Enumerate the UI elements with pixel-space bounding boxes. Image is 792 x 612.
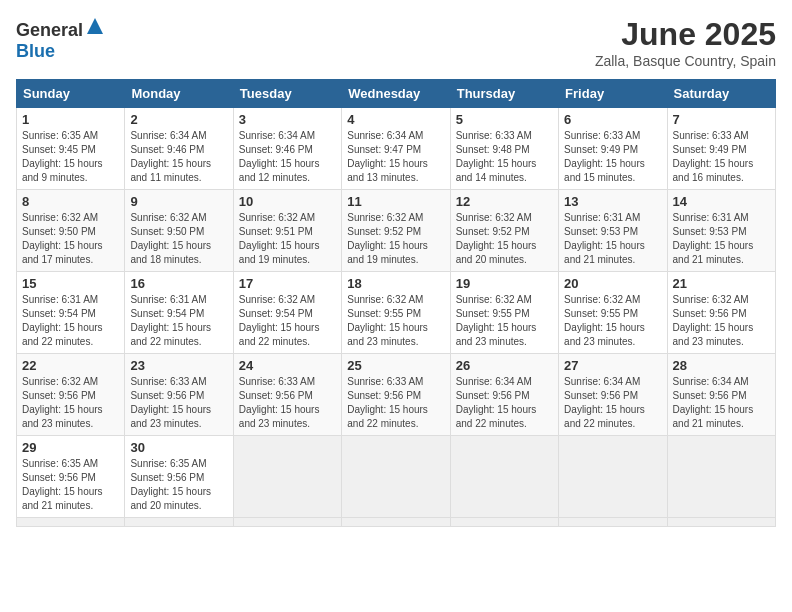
day-number: 25 — [347, 358, 444, 373]
day-number: 14 — [673, 194, 770, 209]
day-number: 16 — [130, 276, 227, 291]
day-number: 24 — [239, 358, 336, 373]
table-row: 2 Sunrise: 6:34 AM Sunset: 9:46 PM Dayli… — [125, 108, 233, 190]
day-number: 15 — [22, 276, 119, 291]
col-friday: Friday — [559, 80, 667, 108]
table-row — [559, 436, 667, 518]
day-number: 1 — [22, 112, 119, 127]
day-number: 20 — [564, 276, 661, 291]
table-row — [233, 518, 341, 527]
day-number: 30 — [130, 440, 227, 455]
day-info: Sunrise: 6:34 AM Sunset: 9:46 PM Dayligh… — [239, 129, 336, 185]
svg-marker-0 — [87, 18, 103, 34]
table-row — [342, 436, 450, 518]
calendar-title: June 2025 — [595, 16, 776, 53]
day-number: 4 — [347, 112, 444, 127]
day-number: 28 — [673, 358, 770, 373]
day-info: Sunrise: 6:33 AM Sunset: 9:56 PM Dayligh… — [130, 375, 227, 431]
calendar-row: 1 Sunrise: 6:35 AM Sunset: 9:45 PM Dayli… — [17, 108, 776, 190]
day-number: 12 — [456, 194, 553, 209]
table-row: 12 Sunrise: 6:32 AM Sunset: 9:52 PM Dayl… — [450, 190, 558, 272]
day-number: 3 — [239, 112, 336, 127]
table-row: 15 Sunrise: 6:31 AM Sunset: 9:54 PM Dayl… — [17, 272, 125, 354]
day-info: Sunrise: 6:32 AM Sunset: 9:50 PM Dayligh… — [22, 211, 119, 267]
logo: General Blue — [16, 16, 105, 62]
day-number: 21 — [673, 276, 770, 291]
day-info: Sunrise: 6:34 AM Sunset: 9:56 PM Dayligh… — [456, 375, 553, 431]
table-row: 7 Sunrise: 6:33 AM Sunset: 9:49 PM Dayli… — [667, 108, 775, 190]
table-row: 3 Sunrise: 6:34 AM Sunset: 9:46 PM Dayli… — [233, 108, 341, 190]
col-tuesday: Tuesday — [233, 80, 341, 108]
table-row: 13 Sunrise: 6:31 AM Sunset: 9:53 PM Dayl… — [559, 190, 667, 272]
day-info: Sunrise: 6:34 AM Sunset: 9:56 PM Dayligh… — [673, 375, 770, 431]
day-number: 23 — [130, 358, 227, 373]
day-info: Sunrise: 6:32 AM Sunset: 9:55 PM Dayligh… — [564, 293, 661, 349]
calendar-row: 8 Sunrise: 6:32 AM Sunset: 9:50 PM Dayli… — [17, 190, 776, 272]
table-row — [559, 518, 667, 527]
day-info: Sunrise: 6:32 AM Sunset: 9:56 PM Dayligh… — [22, 375, 119, 431]
table-row: 11 Sunrise: 6:32 AM Sunset: 9:52 PM Dayl… — [342, 190, 450, 272]
day-number: 8 — [22, 194, 119, 209]
day-info: Sunrise: 6:35 AM Sunset: 9:56 PM Dayligh… — [22, 457, 119, 513]
day-info: Sunrise: 6:32 AM Sunset: 9:55 PM Dayligh… — [347, 293, 444, 349]
table-row: 17 Sunrise: 6:32 AM Sunset: 9:54 PM Dayl… — [233, 272, 341, 354]
day-info: Sunrise: 6:32 AM Sunset: 9:52 PM Dayligh… — [347, 211, 444, 267]
day-number: 13 — [564, 194, 661, 209]
day-info: Sunrise: 6:31 AM Sunset: 9:53 PM Dayligh… — [564, 211, 661, 267]
logo-general: General — [16, 20, 83, 40]
calendar-row — [17, 518, 776, 527]
table-row: 30 Sunrise: 6:35 AM Sunset: 9:56 PM Dayl… — [125, 436, 233, 518]
table-row — [667, 518, 775, 527]
table-row: 10 Sunrise: 6:32 AM Sunset: 9:51 PM Dayl… — [233, 190, 341, 272]
day-number: 7 — [673, 112, 770, 127]
day-info: Sunrise: 6:34 AM Sunset: 9:56 PM Dayligh… — [564, 375, 661, 431]
day-number: 6 — [564, 112, 661, 127]
table-row: 16 Sunrise: 6:31 AM Sunset: 9:54 PM Dayl… — [125, 272, 233, 354]
table-row: 25 Sunrise: 6:33 AM Sunset: 9:56 PM Dayl… — [342, 354, 450, 436]
table-row: 14 Sunrise: 6:31 AM Sunset: 9:53 PM Dayl… — [667, 190, 775, 272]
day-info: Sunrise: 6:33 AM Sunset: 9:49 PM Dayligh… — [564, 129, 661, 185]
calendar-subtitle: Zalla, Basque Country, Spain — [595, 53, 776, 69]
logo-icon — [85, 16, 105, 36]
col-monday: Monday — [125, 80, 233, 108]
table-row — [17, 518, 125, 527]
table-row: 19 Sunrise: 6:32 AM Sunset: 9:55 PM Dayl… — [450, 272, 558, 354]
table-row: 1 Sunrise: 6:35 AM Sunset: 9:45 PM Dayli… — [17, 108, 125, 190]
day-info: Sunrise: 6:34 AM Sunset: 9:47 PM Dayligh… — [347, 129, 444, 185]
day-info: Sunrise: 6:31 AM Sunset: 9:53 PM Dayligh… — [673, 211, 770, 267]
table-row: 6 Sunrise: 6:33 AM Sunset: 9:49 PM Dayli… — [559, 108, 667, 190]
day-number: 19 — [456, 276, 553, 291]
day-info: Sunrise: 6:33 AM Sunset: 9:56 PM Dayligh… — [347, 375, 444, 431]
day-number: 27 — [564, 358, 661, 373]
table-row: 5 Sunrise: 6:33 AM Sunset: 9:48 PM Dayli… — [450, 108, 558, 190]
table-row — [450, 518, 558, 527]
table-row: 20 Sunrise: 6:32 AM Sunset: 9:55 PM Dayl… — [559, 272, 667, 354]
page-header: General Blue June 2025 Zalla, Basque Cou… — [16, 16, 776, 69]
day-info: Sunrise: 6:33 AM Sunset: 9:56 PM Dayligh… — [239, 375, 336, 431]
calendar-row: 29 Sunrise: 6:35 AM Sunset: 9:56 PM Dayl… — [17, 436, 776, 518]
table-row — [233, 436, 341, 518]
table-row: 4 Sunrise: 6:34 AM Sunset: 9:47 PM Dayli… — [342, 108, 450, 190]
day-info: Sunrise: 6:32 AM Sunset: 9:55 PM Dayligh… — [456, 293, 553, 349]
day-number: 10 — [239, 194, 336, 209]
table-row: 24 Sunrise: 6:33 AM Sunset: 9:56 PM Dayl… — [233, 354, 341, 436]
day-info: Sunrise: 6:32 AM Sunset: 9:50 PM Dayligh… — [130, 211, 227, 267]
table-row: 22 Sunrise: 6:32 AM Sunset: 9:56 PM Dayl… — [17, 354, 125, 436]
day-info: Sunrise: 6:33 AM Sunset: 9:49 PM Dayligh… — [673, 129, 770, 185]
logo-blue: Blue — [16, 41, 55, 61]
day-info: Sunrise: 6:34 AM Sunset: 9:46 PM Dayligh… — [130, 129, 227, 185]
table-row — [125, 518, 233, 527]
day-number: 2 — [130, 112, 227, 127]
table-row — [450, 436, 558, 518]
day-info: Sunrise: 6:35 AM Sunset: 9:45 PM Dayligh… — [22, 129, 119, 185]
day-info: Sunrise: 6:31 AM Sunset: 9:54 PM Dayligh… — [22, 293, 119, 349]
calendar-row: 22 Sunrise: 6:32 AM Sunset: 9:56 PM Dayl… — [17, 354, 776, 436]
col-sunday: Sunday — [17, 80, 125, 108]
day-number: 9 — [130, 194, 227, 209]
table-row: 27 Sunrise: 6:34 AM Sunset: 9:56 PM Dayl… — [559, 354, 667, 436]
table-row: 9 Sunrise: 6:32 AM Sunset: 9:50 PM Dayli… — [125, 190, 233, 272]
day-info: Sunrise: 6:31 AM Sunset: 9:54 PM Dayligh… — [130, 293, 227, 349]
day-number: 5 — [456, 112, 553, 127]
table-row: 23 Sunrise: 6:33 AM Sunset: 9:56 PM Dayl… — [125, 354, 233, 436]
day-number: 11 — [347, 194, 444, 209]
